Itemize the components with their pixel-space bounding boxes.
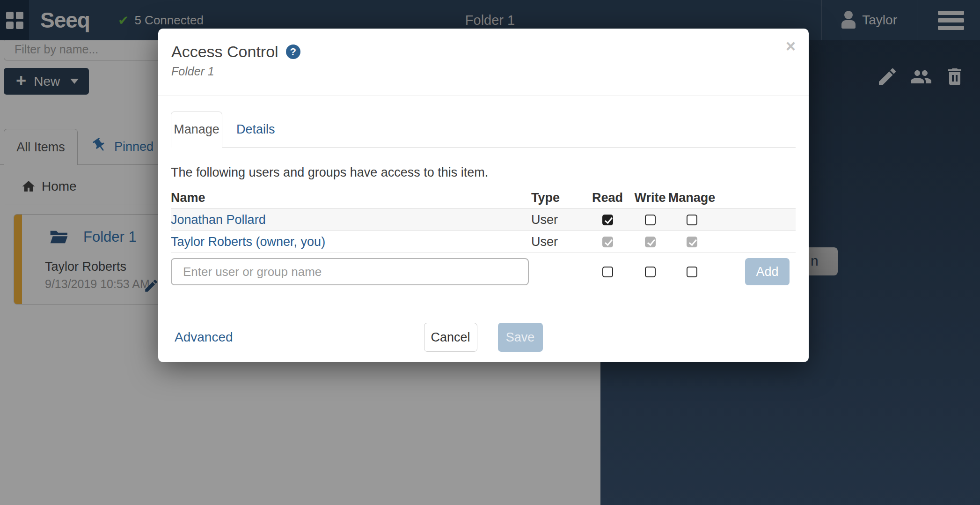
column-manage: Manage	[668, 191, 716, 205]
tab-details-label: Details	[236, 122, 275, 137]
access-control-modal: Access Control ? Folder 1 × Manage Detai…	[158, 29, 809, 362]
column-write: Write	[634, 191, 666, 205]
user-type: User	[531, 213, 586, 227]
advanced-link[interactable]: Advanced	[175, 330, 233, 345]
write-checkbox[interactable]	[645, 215, 656, 225]
access-table-header: Name Type Read Write Manage	[171, 187, 796, 209]
cancel-button[interactable]: Cancel	[424, 323, 477, 352]
modal-subtitle: Folder 1	[171, 65, 795, 78]
column-read: Read	[592, 191, 623, 205]
table-row: Jonathan Pollard User	[171, 209, 796, 231]
modal-footer: Advanced Cancel Save	[171, 323, 796, 352]
column-name: Name	[171, 191, 531, 205]
read-checkbox[interactable]	[602, 215, 613, 225]
read-checkbox[interactable]	[602, 267, 613, 277]
seeq-app: Seeq ✔ 5 Connected Folder 1 Taylor + New	[0, 0, 980, 505]
manage-checkbox[interactable]	[687, 215, 697, 225]
add-user-input[interactable]	[171, 258, 529, 285]
read-checkbox	[602, 237, 613, 247]
user-type: User	[531, 235, 586, 249]
tab-manage[interactable]: Manage	[171, 111, 222, 148]
save-button[interactable]: Save	[498, 323, 543, 352]
column-type: Type	[531, 191, 586, 205]
user-name-link[interactable]: Jonathan Pollard	[171, 213, 531, 227]
help-icon[interactable]: ?	[286, 45, 300, 59]
user-name-link[interactable]: Taylor Roberts (owner, you)	[171, 235, 531, 249]
manage-checkbox[interactable]	[687, 267, 697, 277]
write-checkbox[interactable]	[645, 267, 656, 277]
modal-title: Access Control	[171, 43, 278, 61]
access-description: The following users and groups have acce…	[171, 165, 796, 180]
modal-tab-bar: Manage Details	[171, 111, 796, 148]
tab-details[interactable]: Details	[222, 111, 289, 147]
close-icon[interactable]: ×	[786, 38, 796, 55]
modal-body: Manage Details The following users and g…	[158, 96, 809, 364]
table-row: Taylor Roberts (owner, you) User	[171, 231, 796, 253]
access-table: Name Type Read Write Manage Jonathan Pol…	[171, 187, 796, 286]
manage-checkbox	[687, 237, 697, 247]
write-checkbox	[645, 237, 656, 247]
modal-header: Access Control ? Folder 1 ×	[158, 29, 809, 96]
add-entry-row: Add	[171, 257, 796, 286]
tab-manage-label: Manage	[174, 122, 219, 137]
add-button[interactable]: Add	[745, 258, 790, 285]
